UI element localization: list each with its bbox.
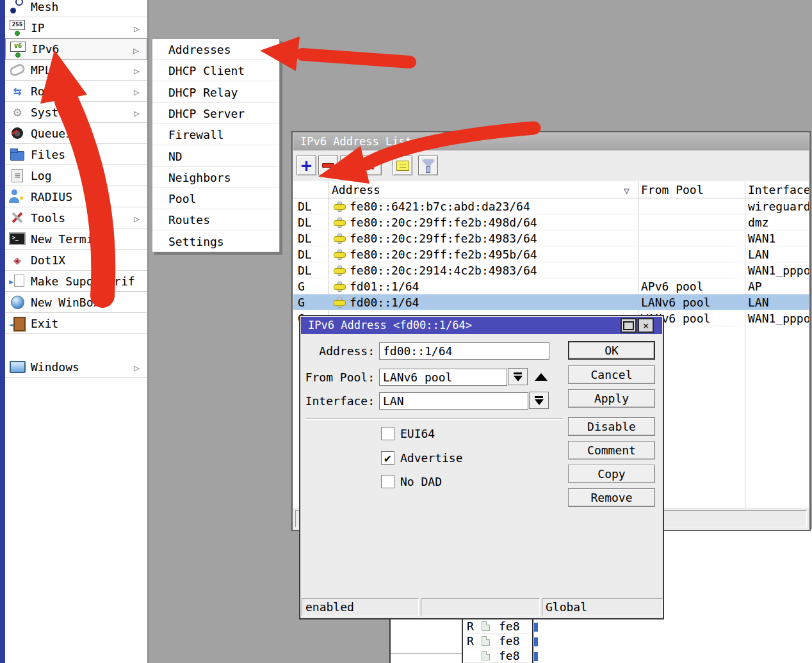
address-table-row[interactable]: DL fe80::20c:2914:4c2b:4983/64 WAN1_pppo… xyxy=(293,262,809,278)
status-scope: Global xyxy=(542,598,663,616)
route-flag: R xyxy=(467,634,474,648)
sidebar-item-icon xyxy=(8,82,27,100)
cancel-button[interactable]: Cancel xyxy=(568,365,655,384)
address-table-row[interactable]: G fd00::1/64 LANv6 pool LAN xyxy=(293,294,809,310)
address-list-titlebar[interactable]: IPv6 Address List xyxy=(293,133,809,150)
submenu-item[interactable]: DHCP Server xyxy=(152,103,279,124)
submenu-item[interactable]: Addresses xyxy=(152,39,279,60)
submenu-chevron-icon xyxy=(134,60,140,82)
sidebar-item[interactable]: Windows xyxy=(5,356,147,378)
filter-button[interactable] xyxy=(418,156,438,175)
checkbox-row[interactable]: Advertise xyxy=(381,450,463,465)
comment-button[interactable]: Comment xyxy=(568,441,655,459)
dialog-statusbar: enabled Global xyxy=(301,598,662,617)
submenu-item[interactable]: DHCP Client xyxy=(152,60,279,81)
route-icon-sliver xyxy=(534,637,538,646)
enable-button[interactable] xyxy=(340,156,360,175)
ipv6-address-icon xyxy=(334,298,345,307)
sidebar-item[interactable]: Queues xyxy=(5,123,147,144)
row-flags: DL xyxy=(298,198,312,214)
address-table-row[interactable]: G fd01::1/64 APv6 pool AP xyxy=(293,278,809,294)
apply-button[interactable]: Apply xyxy=(568,389,655,408)
checkbox-row[interactable]: No DAD xyxy=(381,474,442,489)
sidebar-item-icon xyxy=(8,40,28,58)
sidebar-item[interactable]: System xyxy=(5,102,147,123)
sidebar-item-icon xyxy=(8,103,27,121)
submenu-item[interactable]: ND xyxy=(152,146,279,167)
sidebar-item-list: Mesh IP IPv6 MPLS Ro xyxy=(5,0,147,663)
copy-button[interactable]: Copy xyxy=(568,465,655,483)
add-button[interactable] xyxy=(296,156,316,175)
submenu-chevron-icon xyxy=(134,207,140,230)
comment-button[interactable] xyxy=(393,156,412,175)
routes-row[interactable]: R fe8 xyxy=(464,619,532,634)
address-table-row[interactable]: DL fe80::20c:29ff:fe2b:4983/64 WAN1 xyxy=(293,230,809,246)
checkbox[interactable] xyxy=(381,451,394,465)
sidebar-item[interactable]: New WinBox xyxy=(5,292,147,313)
sidebar-item[interactable]: MPLS xyxy=(5,60,147,81)
sidebar-item[interactable]: Routing xyxy=(5,81,147,102)
ipv6-address-icon xyxy=(334,282,345,291)
row-from-pool: LANv6 pool xyxy=(641,294,710,310)
address-table-row[interactable]: DL fe80::6421:b7c:abd:da23/64 wireguard1 xyxy=(293,198,809,214)
row-interface: WAN1_pppoe xyxy=(748,310,809,326)
ipv6-address-icon xyxy=(334,202,345,211)
submenu-chevron-icon xyxy=(134,356,140,379)
submenu-item[interactable]: Pool xyxy=(152,188,279,209)
sidebar-item[interactable]: IPv6 xyxy=(5,38,147,60)
submenu-item[interactable]: Routes xyxy=(152,209,279,230)
sidebar-item-icon xyxy=(8,19,27,36)
ok-button[interactable]: OK xyxy=(568,341,655,360)
checkbox-row[interactable]: EUI64 xyxy=(381,426,435,441)
row-address: fd00::1/64 xyxy=(350,294,419,310)
sidebar-item[interactable]: Tools xyxy=(5,207,147,228)
routes-row[interactable]: fe8 xyxy=(464,648,532,663)
disable-button[interactable] xyxy=(362,156,382,175)
sidebar-item-label: Tools xyxy=(31,211,65,225)
sidebar-item-icon xyxy=(8,230,27,248)
ipv6-address-dialog: IPv6 Address <fd00::1/64> Address: From … xyxy=(299,315,664,619)
address-table-row[interactable]: DL fe80::20c:29ff:fe2b:495b/64 LAN xyxy=(293,246,809,262)
routes-row[interactable]: R fe8 xyxy=(464,634,532,648)
checkbox-label: No DAD xyxy=(400,475,442,488)
sidebar-item[interactable]: Files xyxy=(5,144,147,165)
submenu-item[interactable]: Firewall xyxy=(152,124,279,145)
row-address: fe80::20c:29ff:fe2b:495b/64 xyxy=(350,246,537,262)
sidebar-item[interactable]: RADIUS xyxy=(5,186,147,207)
route-address-fragment: fe8 xyxy=(499,648,520,663)
route-address-fragment: fe8 xyxy=(499,619,520,634)
sidebar-item[interactable]: Log xyxy=(5,165,147,186)
submenu-item[interactable]: Settings xyxy=(152,231,279,252)
sidebar-item-icon xyxy=(8,314,27,332)
sidebar-item-icon xyxy=(8,209,27,227)
checkbox-label: Advertise xyxy=(400,451,463,465)
disable-button[interactable]: Disable xyxy=(568,417,655,436)
submenu-item[interactable]: Neighbors xyxy=(152,167,279,188)
ipv6-address-icon xyxy=(334,266,345,275)
remove-button[interactable] xyxy=(318,156,338,175)
sidebar-item-label: Make Supout.rif xyxy=(31,275,135,288)
checkbox[interactable] xyxy=(381,475,394,488)
sidebar-item[interactable]: Dot1X xyxy=(5,250,147,271)
sidebar-item-label: Routing xyxy=(31,84,79,98)
sidebar-item-label: Dot1X xyxy=(31,253,65,267)
address-table-row[interactable]: DL fe80::20c:29ff:fe2b:498d/64 dmz xyxy=(293,214,809,230)
row-flags: DL xyxy=(298,262,312,278)
sidebar-item[interactable]: New Terminal xyxy=(5,228,147,250)
row-flags: DL xyxy=(298,230,312,246)
row-interface: AP xyxy=(748,278,762,294)
row-interface: wireguard1 xyxy=(748,198,809,214)
remove-button[interactable]: Remove xyxy=(568,488,655,507)
row-flags: G xyxy=(298,278,305,294)
checkbox[interactable] xyxy=(381,427,394,440)
submenu-item[interactable]: DHCP Relay xyxy=(152,82,279,103)
address-list-title: IPv6 Address List xyxy=(300,135,412,148)
row-interface: dmz xyxy=(748,214,769,230)
sidebar-item[interactable]: IP xyxy=(5,17,147,38)
sidebar-item[interactable]: Mesh xyxy=(5,0,147,17)
sidebar-item[interactable]: Make Supout.rif xyxy=(5,271,147,292)
sidebar-item[interactable]: Exit xyxy=(5,313,147,334)
sidebar-item-label: Log xyxy=(31,169,52,182)
sidebar-item-icon xyxy=(8,61,27,79)
checkbox-list: EUI64 Advertise No DAD xyxy=(300,316,576,618)
